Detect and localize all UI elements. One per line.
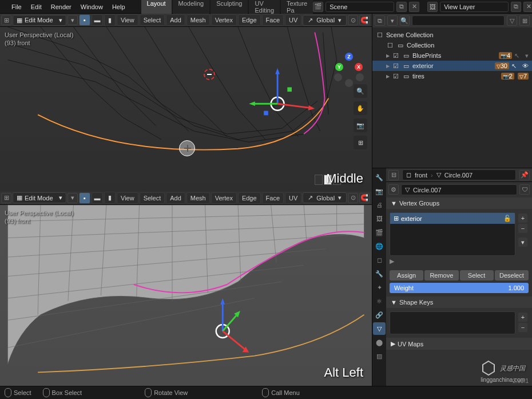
camera-icon[interactable]: 📷 (354, 118, 367, 132)
tab-viewlayer[interactable]: 🖼 (373, 212, 386, 225)
viewlayer-new-icon[interactable]: ⧉ (511, 2, 521, 12)
pin-icon[interactable]: 📌 (519, 170, 530, 180)
scene-new-icon[interactable]: ⧉ (396, 2, 407, 12)
menu-help[interactable]: Help (108, 3, 130, 10)
menu-edit[interactable]: Edit (26, 3, 46, 10)
add-group-button[interactable]: + (518, 214, 527, 223)
scene-browse-icon[interactable]: 🎬 (313, 2, 323, 12)
deselect-button[interactable]: Deselect (495, 270, 529, 281)
menu-vertex[interactable]: Vertex (211, 192, 237, 204)
tab-constraints[interactable]: 🔗 (373, 309, 386, 321)
uv-maps-header[interactable]: ▶ UV Maps (386, 338, 532, 350)
editor-type-icon[interactable]: ⧉ (375, 15, 385, 26)
checkbox-icon[interactable]: ☑ (392, 52, 400, 60)
specials-menu-button[interactable]: ▾ (518, 238, 527, 247)
tab-particles[interactable]: ✦ (373, 281, 386, 294)
viewport-2[interactable]: User Perspective (Local) (93) front Alt … (0, 205, 372, 386)
lock-icon[interactable]: 🔓 (503, 215, 511, 222)
tab-physics[interactable]: ⚛ (373, 295, 386, 307)
weight-slider[interactable]: Weight 1.000 (390, 283, 529, 293)
vertex-groups-header[interactable]: ▼ Vertex Groups (386, 197, 532, 209)
selectable-icon[interactable]: ↖ (511, 62, 517, 70)
tab-output[interactable]: 🖨 (373, 199, 386, 211)
breadcrumb[interactable]: ◻ front › ▽ Circle.007 (402, 169, 516, 180)
tab-modifiers[interactable]: 🔧 (373, 267, 386, 280)
checkbox-icon[interactable]: ☐ (386, 41, 394, 49)
pan-icon[interactable]: ✋ (354, 101, 367, 115)
pivot-icon[interactable]: ⊙ (348, 193, 358, 203)
mode-select-1[interactable]: ▦ Edit Mode ▾ (13, 15, 66, 26)
assign-button[interactable]: Assign (390, 270, 423, 281)
axis-widget[interactable]: Z Y X (332, 53, 366, 87)
datablock-input[interactable]: ▽ Circle.007 (401, 184, 517, 195)
disclosure-icon[interactable]: ▶ (386, 64, 390, 69)
viewlayer-delete-icon[interactable]: ✕ (523, 2, 532, 12)
mode-menu-icon[interactable]: ▾ (68, 193, 78, 203)
face-select-toggle[interactable]: ▮ (104, 14, 116, 26)
select-button[interactable]: Select (460, 270, 494, 281)
menu-vertex[interactable]: Vertex (211, 14, 237, 26)
display-mode-icon[interactable]: ▾ (387, 15, 398, 26)
options-icon[interactable]: ⚙ (388, 184, 399, 195)
orientation-select[interactable]: ↗ Global ▾ (303, 15, 347, 26)
tab-uv-editing[interactable]: UV Editing (249, 0, 280, 15)
tab-texture-paint[interactable]: Texture Pa (281, 0, 313, 15)
menu-view[interactable]: View (117, 14, 138, 26)
menu-view[interactable]: View (117, 192, 138, 204)
menu-face[interactable]: Face (262, 192, 284, 204)
tab-layout[interactable]: Layout (141, 0, 172, 15)
tab-scene[interactable]: 🎬 (373, 226, 386, 239)
chevron-down-icon[interactable]: ▾ (525, 52, 529, 60)
checkbox-icon[interactable]: ☑ (392, 72, 400, 80)
add-shapekey-button[interactable]: + (518, 313, 527, 322)
disclosure-icon[interactable]: ▶ (386, 74, 390, 79)
tree-collection[interactable]: ☐ ▭ Collection (372, 40, 532, 50)
perspective-icon[interactable]: ⊞ (354, 136, 367, 149)
editor-type-icon[interactable]: ⊞ (1, 15, 11, 25)
shield-icon[interactable]: 🛡 (519, 184, 530, 195)
tab-modeling[interactable]: Modeling (173, 0, 210, 15)
checkbox-icon[interactable]: ☑ (392, 62, 400, 70)
editor-type-icon[interactable]: ⊞ (1, 193, 11, 203)
menu-mesh[interactable]: Mesh (186, 192, 210, 204)
shading-wireframe[interactable] (315, 175, 323, 185)
tree-item-tires[interactable]: ▶ ☑ ▭ tires 📷2 ▽7 (372, 71, 532, 81)
new-collection-icon[interactable]: ⊞ (519, 15, 530, 26)
tab-object[interactable]: ◻ (373, 254, 386, 266)
scene-delete-icon[interactable]: ✕ (409, 2, 419, 12)
remove-shapekey-button[interactable]: − (518, 323, 527, 332)
tab-data[interactable]: ▽ (373, 322, 386, 335)
tree-item-exterior[interactable]: ▶ ☑ ▭ exterior ▽30 ↖ 👁 (372, 61, 532, 71)
tab-world[interactable]: 🌐 (373, 240, 386, 252)
mode-select-2[interactable]: ▦ Edit Mode ▾ (13, 192, 66, 203)
editor-type-icon[interactable]: ⊟ (388, 170, 399, 180)
outliner-search[interactable] (412, 15, 505, 26)
shape-keys-header[interactable]: ▼ Shape Keys (386, 297, 532, 308)
tab-material[interactable]: ⬤ (373, 336, 386, 349)
tab-render[interactable]: 📷 (373, 185, 386, 197)
menu-face[interactable]: Face (262, 14, 284, 26)
shape-keys-list[interactable] (390, 311, 515, 334)
remove-group-button[interactable]: − (518, 224, 527, 233)
remove-button[interactable]: Remove (424, 270, 458, 281)
disclosure-icon[interactable]: ▶ (386, 53, 390, 58)
orientation-select[interactable]: ↗ Global ▾ (303, 192, 347, 203)
vertex-groups-list[interactable]: ⊞ exterior 🔓 (390, 212, 515, 256)
vertex-select-toggle[interactable]: ▪ (79, 14, 90, 26)
face-select-toggle[interactable]: ▮ (104, 192, 116, 204)
edge-select-toggle[interactable]: ▬ (92, 14, 103, 26)
snap-icon[interactable]: 🧲 (359, 15, 370, 25)
snap-icon[interactable]: 🧲 (359, 193, 370, 203)
mode-menu-icon[interactable]: ▾ (68, 15, 78, 25)
menu-select[interactable]: Select (140, 192, 165, 204)
menu-edge[interactable]: Edge (238, 192, 261, 204)
menu-select[interactable]: Select (140, 14, 165, 26)
menu-uv[interactable]: UV (285, 14, 301, 26)
menu-uv[interactable]: UV (285, 192, 301, 204)
filter-icon[interactable]: ▽ (507, 15, 517, 26)
edge-select-toggle[interactable]: ▬ (92, 192, 103, 204)
tab-tool[interactable]: 🔧 (373, 171, 386, 184)
pivot-icon[interactable]: ⊙ (348, 15, 358, 25)
tab-texture[interactable]: ▨ (373, 350, 386, 362)
menu-add[interactable]: Add (166, 14, 185, 26)
